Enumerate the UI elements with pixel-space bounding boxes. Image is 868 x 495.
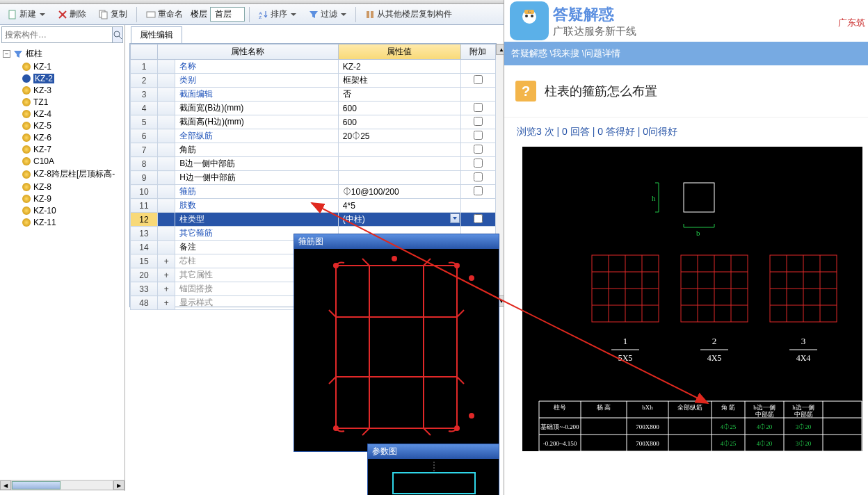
prop-value[interactable]: ⏀10@100/200 (338, 185, 460, 199)
prop-extra[interactable] (460, 60, 495, 74)
filter-button[interactable]: 过滤 (304, 6, 351, 23)
prop-row-5[interactable]: 5截面高(H边)(mm)600 (131, 115, 496, 129)
prop-value[interactable]: 否 (338, 88, 460, 102)
prop-name: B边一侧中部筋 (175, 157, 339, 171)
tree-item-KZ-8跨层柱[层顶标高-[interactable]: KZ-8跨层柱[层顶标高- (22, 168, 124, 181)
sort-button[interactable]: AZ排序 (254, 6, 301, 23)
copy-from-floor-button[interactable]: 从其他楼层复制构件 (360, 6, 457, 23)
prop-row-10[interactable]: 10箍筋⏀10@100/200 (131, 185, 496, 199)
collapse-icon[interactable]: − (3, 50, 10, 58)
prop-row-11[interactable]: 11肢数4*5 (131, 199, 496, 213)
extra-checkbox[interactable] (474, 103, 483, 112)
new-button[interactable]: 新建 (3, 6, 50, 23)
prop-value[interactable]: 20⏀25 (338, 129, 460, 143)
prop-value[interactable]: 框架柱 (338, 74, 460, 88)
svg-text:4⏀20: 4⏀20 (757, 440, 773, 447)
tree-item-KZ-2[interactable]: KZ-2 (22, 73, 124, 84)
scroll-left-icon[interactable]: ◀ (0, 480, 11, 490)
tree-item-KZ-6[interactable]: KZ-6 (22, 132, 124, 143)
prop-row-4[interactable]: 4截面宽(B边)(mm)600 (131, 102, 496, 115)
prop-row-6[interactable]: 6全部纵筋20⏀25 (131, 129, 496, 143)
row-number: 13 (131, 227, 158, 241)
tree-hscroll[interactable]: ◀ ▶ (0, 480, 124, 491)
expand-button[interactable]: + (158, 282, 175, 296)
mascot-icon: G (510, 1, 549, 40)
col-extra[interactable]: 附加 (460, 44, 495, 60)
expand-button[interactable]: + (158, 268, 175, 282)
expand-button[interactable]: + (158, 254, 175, 268)
prop-value[interactable]: 600 (338, 102, 460, 115)
breadcrumb[interactable]: 答疑解惑 \我来搜 \问题详情 (504, 42, 868, 65)
prop-row-8[interactable]: 8B边一侧中部筋 (131, 157, 496, 171)
svg-text:3: 3 (801, 336, 806, 346)
prop-row-3[interactable]: 3截面编辑否 (131, 88, 496, 102)
question-icon: ? (515, 81, 536, 102)
prop-extra[interactable] (460, 115, 495, 129)
prop-extra[interactable] (460, 143, 495, 157)
prop-row-12[interactable]: 12柱类型(中柱) (131, 213, 496, 227)
tree-item-KZ-4[interactable]: KZ-4 (22, 108, 124, 120)
search-button[interactable] (112, 27, 122, 42)
prop-value[interactable] (338, 157, 460, 171)
extra-checkbox[interactable] (474, 145, 483, 154)
prop-value[interactable]: 600 (338, 115, 460, 129)
tree-item-label: KZ-10 (33, 206, 56, 216)
prop-extra[interactable] (460, 199, 495, 213)
stirrup-diagram-window: 箍筋图 (294, 234, 499, 452)
extra-checkbox[interactable] (474, 159, 483, 168)
prop-value[interactable]: 4*5 (338, 199, 460, 213)
col-name[interactable]: 属性名称 (158, 44, 339, 60)
stirrup-title[interactable]: 箍筋图 (294, 234, 499, 249)
prop-value[interactable]: (中柱) (338, 213, 460, 227)
extra-checkbox[interactable] (474, 172, 483, 181)
tree-root[interactable]: − 框柱 (3, 47, 124, 60)
prop-name: 截面宽(B边)(mm) (175, 102, 339, 115)
tree-item-KZ-1[interactable]: KZ-1 (22, 61, 124, 72)
expand-button[interactable]: + (158, 296, 175, 310)
prop-value[interactable] (338, 171, 460, 185)
prop-extra[interactable] (460, 129, 495, 143)
prop-row-9[interactable]: 9H边一侧中部筋 (131, 171, 496, 185)
tree-item-C10A[interactable]: C10A (22, 156, 124, 167)
tab-properties[interactable]: 属性编辑 (131, 26, 182, 43)
scroll-right-icon[interactable]: ▶ (113, 480, 124, 490)
prop-value[interactable] (338, 143, 460, 157)
copy-button[interactable]: 复制 (94, 6, 132, 23)
extra-checkbox[interactable] (474, 186, 483, 195)
extra-checkbox[interactable] (474, 75, 483, 84)
col-value[interactable]: 属性值 (338, 44, 460, 60)
tree-item-KZ-3[interactable]: KZ-3 (22, 85, 124, 96)
floor-select[interactable]: 首层 (210, 7, 245, 22)
cad-view[interactable]: hb15X524X534X4柱号杨 高bXh全部纵筋角 筋b边一侧中部筋h边一侧… (522, 147, 862, 451)
svg-rect-9 (371, 11, 373, 18)
prop-extra[interactable] (460, 185, 495, 199)
prop-row-7[interactable]: 7角筋 (131, 143, 496, 157)
extra-checkbox[interactable] (474, 214, 483, 223)
tree-item-KZ-9[interactable]: KZ-9 (22, 193, 124, 204)
prop-extra[interactable] (460, 213, 495, 227)
tree-item-KZ-11[interactable]: KZ-11 (22, 217, 124, 228)
search-input[interactable] (2, 27, 112, 42)
tree-item-TZ1[interactable]: TZ1 (22, 97, 124, 108)
tree-item-KZ-8[interactable]: KZ-8 (22, 181, 124, 193)
prop-extra[interactable] (460, 171, 495, 185)
prop-extra[interactable] (460, 74, 495, 88)
prop-extra[interactable] (460, 102, 495, 115)
dropdown-button[interactable] (450, 213, 460, 223)
rename-button[interactable]: 重命名 (141, 6, 188, 23)
delete-button[interactable]: 删除 (53, 6, 91, 23)
extra-checkbox[interactable] (474, 117, 483, 126)
region-badge[interactable]: 广东筑 (838, 17, 865, 29)
prop-extra[interactable] (460, 88, 495, 102)
tree-item-KZ-10[interactable]: KZ-10 (22, 205, 124, 216)
prop-extra[interactable] (460, 157, 495, 171)
scroll-thumb[interactable] (12, 481, 61, 489)
prop-row-1[interactable]: 1名称KZ-2 (131, 60, 496, 74)
param-title[interactable]: 参数图 (368, 444, 499, 459)
tree-item-KZ-7[interactable]: KZ-7 (22, 144, 124, 155)
prop-value[interactable]: KZ-2 (338, 60, 460, 74)
tree-item-label: TZ1 (33, 97, 48, 107)
extra-checkbox[interactable] (474, 131, 483, 140)
tree-item-KZ-5[interactable]: KZ-5 (22, 120, 124, 131)
prop-row-2[interactable]: 2类别框架柱 (131, 74, 496, 88)
